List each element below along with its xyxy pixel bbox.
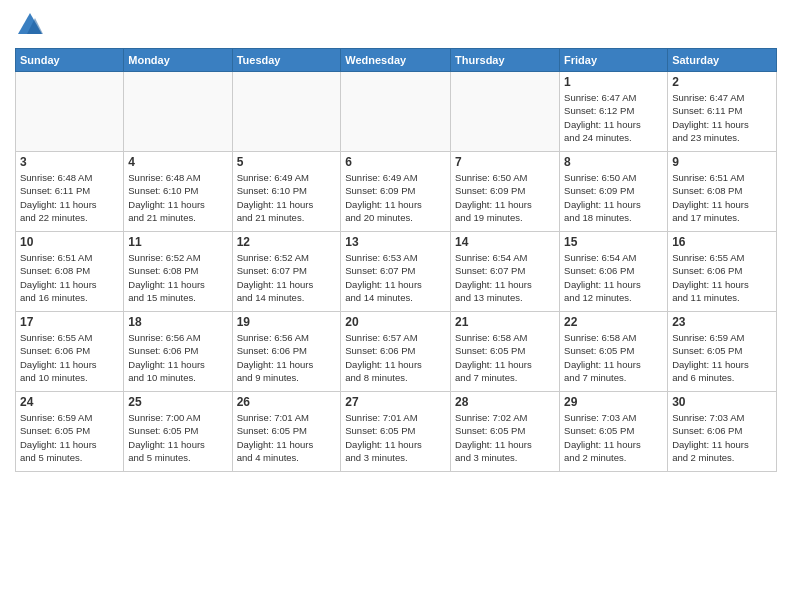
- day-detail: Sunrise: 6:47 AM Sunset: 6:12 PM Dayligh…: [564, 91, 663, 144]
- calendar-cell: [451, 72, 560, 152]
- calendar-cell: [341, 72, 451, 152]
- day-detail: Sunrise: 6:58 AM Sunset: 6:05 PM Dayligh…: [455, 331, 555, 384]
- day-detail: Sunrise: 7:02 AM Sunset: 6:05 PM Dayligh…: [455, 411, 555, 464]
- day-number: 12: [237, 235, 337, 249]
- day-number: 19: [237, 315, 337, 329]
- calendar-cell: 8Sunrise: 6:50 AM Sunset: 6:09 PM Daylig…: [560, 152, 668, 232]
- day-number: 25: [128, 395, 227, 409]
- day-number: 2: [672, 75, 772, 89]
- calendar-week-3: 17Sunrise: 6:55 AM Sunset: 6:06 PM Dayli…: [16, 312, 777, 392]
- calendar-cell: 5Sunrise: 6:49 AM Sunset: 6:10 PM Daylig…: [232, 152, 341, 232]
- header-tuesday: Tuesday: [232, 49, 341, 72]
- day-number: 5: [237, 155, 337, 169]
- day-detail: Sunrise: 6:55 AM Sunset: 6:06 PM Dayligh…: [20, 331, 119, 384]
- day-detail: Sunrise: 6:57 AM Sunset: 6:06 PM Dayligh…: [345, 331, 446, 384]
- day-detail: Sunrise: 6:47 AM Sunset: 6:11 PM Dayligh…: [672, 91, 772, 144]
- calendar-cell: 22Sunrise: 6:58 AM Sunset: 6:05 PM Dayli…: [560, 312, 668, 392]
- day-detail: Sunrise: 6:55 AM Sunset: 6:06 PM Dayligh…: [672, 251, 772, 304]
- calendar-cell: 27Sunrise: 7:01 AM Sunset: 6:05 PM Dayli…: [341, 392, 451, 472]
- header-saturday: Saturday: [668, 49, 777, 72]
- day-detail: Sunrise: 6:54 AM Sunset: 6:07 PM Dayligh…: [455, 251, 555, 304]
- day-detail: Sunrise: 6:52 AM Sunset: 6:08 PM Dayligh…: [128, 251, 227, 304]
- day-number: 22: [564, 315, 663, 329]
- day-number: 29: [564, 395, 663, 409]
- calendar-cell: 9Sunrise: 6:51 AM Sunset: 6:08 PM Daylig…: [668, 152, 777, 232]
- day-detail: Sunrise: 6:51 AM Sunset: 6:08 PM Dayligh…: [672, 171, 772, 224]
- day-detail: Sunrise: 6:59 AM Sunset: 6:05 PM Dayligh…: [672, 331, 772, 384]
- calendar-cell: 26Sunrise: 7:01 AM Sunset: 6:05 PM Dayli…: [232, 392, 341, 472]
- day-number: 10: [20, 235, 119, 249]
- day-detail: Sunrise: 6:52 AM Sunset: 6:07 PM Dayligh…: [237, 251, 337, 304]
- header-monday: Monday: [124, 49, 232, 72]
- day-number: 23: [672, 315, 772, 329]
- day-number: 16: [672, 235, 772, 249]
- day-detail: Sunrise: 7:01 AM Sunset: 6:05 PM Dayligh…: [237, 411, 337, 464]
- day-number: 27: [345, 395, 446, 409]
- day-number: 7: [455, 155, 555, 169]
- header-thursday: Thursday: [451, 49, 560, 72]
- day-detail: Sunrise: 6:53 AM Sunset: 6:07 PM Dayligh…: [345, 251, 446, 304]
- day-number: 30: [672, 395, 772, 409]
- day-number: 6: [345, 155, 446, 169]
- day-detail: Sunrise: 7:03 AM Sunset: 6:06 PM Dayligh…: [672, 411, 772, 464]
- calendar-week-4: 24Sunrise: 6:59 AM Sunset: 6:05 PM Dayli…: [16, 392, 777, 472]
- calendar: SundayMondayTuesdayWednesdayThursdayFrid…: [15, 48, 777, 472]
- calendar-cell: 13Sunrise: 6:53 AM Sunset: 6:07 PM Dayli…: [341, 232, 451, 312]
- day-number: 3: [20, 155, 119, 169]
- calendar-cell: 30Sunrise: 7:03 AM Sunset: 6:06 PM Dayli…: [668, 392, 777, 472]
- calendar-week-0: 1Sunrise: 6:47 AM Sunset: 6:12 PM Daylig…: [16, 72, 777, 152]
- day-detail: Sunrise: 6:58 AM Sunset: 6:05 PM Dayligh…: [564, 331, 663, 384]
- day-detail: Sunrise: 6:50 AM Sunset: 6:09 PM Dayligh…: [564, 171, 663, 224]
- day-number: 24: [20, 395, 119, 409]
- day-detail: Sunrise: 6:59 AM Sunset: 6:05 PM Dayligh…: [20, 411, 119, 464]
- day-number: 18: [128, 315, 227, 329]
- calendar-cell: 10Sunrise: 6:51 AM Sunset: 6:08 PM Dayli…: [16, 232, 124, 312]
- header-sunday: Sunday: [16, 49, 124, 72]
- calendar-cell: 21Sunrise: 6:58 AM Sunset: 6:05 PM Dayli…: [451, 312, 560, 392]
- day-detail: Sunrise: 6:50 AM Sunset: 6:09 PM Dayligh…: [455, 171, 555, 224]
- calendar-cell: 25Sunrise: 7:00 AM Sunset: 6:05 PM Dayli…: [124, 392, 232, 472]
- day-detail: Sunrise: 6:56 AM Sunset: 6:06 PM Dayligh…: [128, 331, 227, 384]
- page: SundayMondayTuesdayWednesdayThursdayFrid…: [0, 0, 792, 612]
- calendar-cell: 29Sunrise: 7:03 AM Sunset: 6:05 PM Dayli…: [560, 392, 668, 472]
- calendar-cell: [16, 72, 124, 152]
- calendar-cell: 1Sunrise: 6:47 AM Sunset: 6:12 PM Daylig…: [560, 72, 668, 152]
- day-number: 26: [237, 395, 337, 409]
- calendar-header-row: SundayMondayTuesdayWednesdayThursdayFrid…: [16, 49, 777, 72]
- day-number: 15: [564, 235, 663, 249]
- calendar-week-1: 3Sunrise: 6:48 AM Sunset: 6:11 PM Daylig…: [16, 152, 777, 232]
- calendar-cell: 20Sunrise: 6:57 AM Sunset: 6:06 PM Dayli…: [341, 312, 451, 392]
- calendar-cell: 3Sunrise: 6:48 AM Sunset: 6:11 PM Daylig…: [16, 152, 124, 232]
- calendar-cell: 24Sunrise: 6:59 AM Sunset: 6:05 PM Dayli…: [16, 392, 124, 472]
- day-detail: Sunrise: 6:56 AM Sunset: 6:06 PM Dayligh…: [237, 331, 337, 384]
- calendar-cell: 16Sunrise: 6:55 AM Sunset: 6:06 PM Dayli…: [668, 232, 777, 312]
- day-number: 8: [564, 155, 663, 169]
- day-detail: Sunrise: 7:00 AM Sunset: 6:05 PM Dayligh…: [128, 411, 227, 464]
- calendar-cell: 11Sunrise: 6:52 AM Sunset: 6:08 PM Dayli…: [124, 232, 232, 312]
- day-number: 21: [455, 315, 555, 329]
- day-number: 14: [455, 235, 555, 249]
- day-number: 9: [672, 155, 772, 169]
- header-friday: Friday: [560, 49, 668, 72]
- calendar-cell: 23Sunrise: 6:59 AM Sunset: 6:05 PM Dayli…: [668, 312, 777, 392]
- calendar-cell: 12Sunrise: 6:52 AM Sunset: 6:07 PM Dayli…: [232, 232, 341, 312]
- logo-icon: [15, 10, 45, 40]
- header: [15, 10, 777, 40]
- day-number: 4: [128, 155, 227, 169]
- day-detail: Sunrise: 6:48 AM Sunset: 6:11 PM Dayligh…: [20, 171, 119, 224]
- day-detail: Sunrise: 7:03 AM Sunset: 6:05 PM Dayligh…: [564, 411, 663, 464]
- day-detail: Sunrise: 6:48 AM Sunset: 6:10 PM Dayligh…: [128, 171, 227, 224]
- day-detail: Sunrise: 7:01 AM Sunset: 6:05 PM Dayligh…: [345, 411, 446, 464]
- day-detail: Sunrise: 6:51 AM Sunset: 6:08 PM Dayligh…: [20, 251, 119, 304]
- calendar-cell: [124, 72, 232, 152]
- calendar-cell: 15Sunrise: 6:54 AM Sunset: 6:06 PM Dayli…: [560, 232, 668, 312]
- day-number: 17: [20, 315, 119, 329]
- calendar-cell: 6Sunrise: 6:49 AM Sunset: 6:09 PM Daylig…: [341, 152, 451, 232]
- calendar-cell: 28Sunrise: 7:02 AM Sunset: 6:05 PM Dayli…: [451, 392, 560, 472]
- calendar-cell: 17Sunrise: 6:55 AM Sunset: 6:06 PM Dayli…: [16, 312, 124, 392]
- calendar-cell: 14Sunrise: 6:54 AM Sunset: 6:07 PM Dayli…: [451, 232, 560, 312]
- day-detail: Sunrise: 6:49 AM Sunset: 6:10 PM Dayligh…: [237, 171, 337, 224]
- calendar-cell: [232, 72, 341, 152]
- calendar-cell: 2Sunrise: 6:47 AM Sunset: 6:11 PM Daylig…: [668, 72, 777, 152]
- day-number: 1: [564, 75, 663, 89]
